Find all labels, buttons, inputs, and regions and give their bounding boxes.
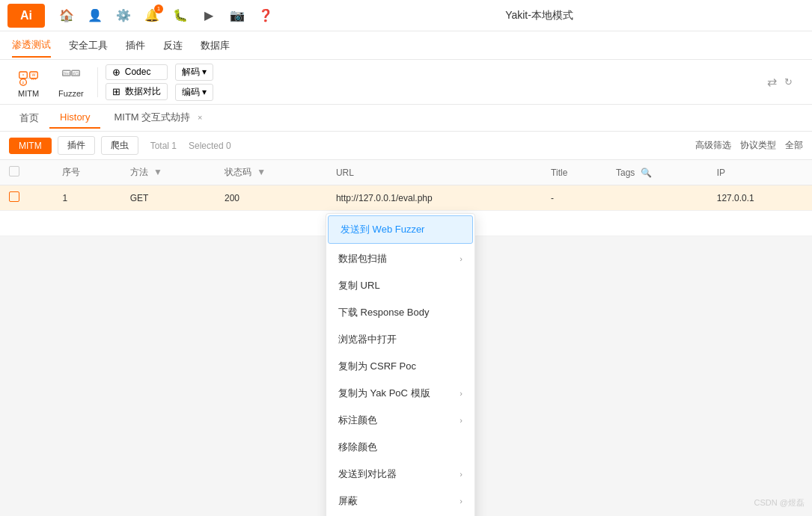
ctx-item-7[interactable]: 标注颜色› [326,407,474,434]
row-id: 1 [53,185,120,211]
ctx-item-label-9: 发送到对比器 [338,467,397,481]
search-icon[interactable]: 🔍 [641,168,652,178]
user-icon[interactable]: 👤 [87,7,103,24]
ctx-arrow-icon-10: › [460,497,463,506]
decode-label: 解码 ▾ [182,66,207,79]
settings-icon[interactable]: ⚙️ [115,7,132,24]
ctx-arrow-icon-6: › [460,389,463,398]
ctx-item-6[interactable]: 复制为 Yak PoC 模版› [326,380,474,407]
filter-selected: Selected 0 [189,141,231,151]
ctx-item-4[interactable]: 浏览器中打开 [326,326,474,353]
row-tags [607,185,708,211]
app-title: Yakit-本地模式 [274,9,805,22]
method-filter-icon[interactable]: ▼ [153,167,162,177]
col-title: Title [542,160,607,185]
compare-icon: ⊞ [112,86,120,97]
ctx-item-1[interactable]: 数据包扫描› [326,245,474,272]
row-checkbox [0,185,53,211]
tab-mitm[interactable]: MITM 交互式劫持 × [103,106,213,130]
encode-btn[interactable]: 编码 ▾ [175,84,213,101]
tabs-bar: 首页 History MITM 交互式劫持 × [0,105,812,132]
advanced-filter[interactable]: 高级筛选 [695,139,731,152]
ctx-item-3[interactable]: 下载 Response Body [326,299,474,326]
codec-group: ⊕ Codec ⊞ 数据对比 [106,64,168,100]
fuzzer-tool[interactable]: Web WS Fuzzer [52,64,90,101]
filter-plugin[interactable]: 插件 [58,136,95,155]
ctx-item-10[interactable]: 屏蔽› [326,488,474,515]
ctx-item-8[interactable]: 移除颜色 [326,434,474,461]
all-filter[interactable]: 全部 [785,139,803,152]
row-url[interactable]: http://127.0.0.1/eval.php [327,185,542,211]
table-row[interactable]: 1 GET 200 http://127.0.0.1/eval.php - 12… [0,185,812,211]
context-menu: 发送到 Web Fuzzer数据包扫描›复制 URL下载 Response Bo… [326,213,475,516]
nav-reverse[interactable]: 反连 [163,34,183,57]
tab-close-icon[interactable]: × [198,113,202,122]
nav-security-tools[interactable]: 安全工具 [69,34,108,57]
ctx-item-label-1: 数据包扫描 [338,252,387,265]
tab-history[interactable]: History [49,107,100,129]
ctx-item-0[interactable]: 发送到 Web Fuzzer [328,215,473,244]
bell-icon[interactable]: 🔔 1 [144,7,160,24]
svg-text:×: × [22,73,25,77]
codec-btn[interactable]: ⊕ Codec [106,64,168,80]
ctx-item-label-7: 标注颜色 [338,414,377,427]
ctx-item-label-4: 浏览器中打开 [338,333,397,346]
ctx-item-label-6: 复制为 Yak PoC 模版 [338,387,430,400]
nav-database[interactable]: 数据库 [201,34,230,57]
row-ip: 127.0.0.1 [708,185,812,211]
nav-plugins[interactable]: 插件 [126,34,145,57]
svg-text:WS: WS [31,77,37,81]
ctx-item-label-8: 移除颜色 [338,440,377,454]
status-filter-icon[interactable]: ▼ [257,167,266,177]
ctx-arrow-icon-9: › [460,470,463,479]
row-status: 200 [216,185,327,211]
ctx-item-2[interactable]: 复制 URL [326,272,474,299]
toolbar-left: × W WS 人 MITM Web WS [12,64,213,101]
top-bar: Ai 🏠 👤 ⚙️ 🔔 1 🐛 ▶ 📷 ❓ Yakit-本地模式 [0,0,812,31]
filter-bar: MITM 插件 爬虫 Total 1 Selected 0 高级筛选 协议类型 … [0,132,812,160]
toolbar: × W WS 人 MITM Web WS [0,60,812,105]
ai-logo[interactable]: Ai [7,4,45,28]
top-bar-icons: 🏠 👤 ⚙️ 🔔 1 🐛 ▶ 📷 ❓ [58,7,274,24]
protocol-type[interactable]: 协议类型 [740,139,776,152]
svg-text:人: 人 [21,79,25,85]
ctx-item-label-3: 下载 Response Body [338,306,429,319]
nav-penetration[interactable]: 渗透测试 [12,34,51,58]
ctx-item-5[interactable]: 复制为 CSRF Poc [326,353,474,380]
swap-icon[interactable]: ⇄ [767,75,777,89]
ctx-item-label-10: 屏蔽 [338,494,358,508]
filter-crawler[interactable]: 爬虫 [101,136,138,155]
ctx-item-label-2: 复制 URL [338,279,380,292]
mitm-tab-label: MITM 交互式劫持 [114,111,190,123]
terminal-icon[interactable]: ▶ [201,7,217,24]
bug-icon[interactable]: 🐛 [172,7,189,24]
ctx-item-9[interactable]: 发送到对比器› [326,461,474,488]
toolbar-divider-1 [97,67,98,97]
svg-text:WS: WS [72,70,79,75]
decode-btn[interactable]: 解码 ▾ [175,64,213,81]
codec-icon: ⊕ [112,67,120,78]
ctx-arrow-icon-7: › [460,416,463,425]
camera-icon[interactable]: 📷 [229,7,245,24]
tab-home[interactable]: 首页 [9,107,49,129]
filter-right: 高级筛选 协议类型 全部 [695,139,803,152]
refresh-icon[interactable]: ↻ [784,76,793,87]
home-icon[interactable]: 🏠 [58,7,75,24]
decode-encode-group: 解码 ▾ 编码 ▾ [175,64,213,101]
help-icon[interactable]: ❓ [257,7,274,24]
top-bar-left: Ai 🏠 👤 ⚙️ 🔔 1 🐛 ▶ 📷 ❓ [7,4,274,28]
data-compare-btn[interactable]: ⊞ 数据对比 [106,83,168,100]
fuzzer-label: Fuzzer [58,89,84,98]
watermark: CSDN @煜磊 [754,497,805,509]
row-title: - [542,185,607,211]
col-url: URL [327,160,542,185]
mitm-tool[interactable]: × W WS 人 MITM [12,64,45,101]
col-status: 状态码 ▼ [216,160,327,185]
col-checkbox [0,160,53,185]
compare-label: 数据对比 [125,85,161,98]
mitm-label: MITM [18,89,39,98]
svg-text:Web: Web [62,70,72,75]
filter-mitm[interactable]: MITM [9,138,52,154]
svg-text:W: W [32,73,36,77]
col-ip: IP [708,160,812,185]
